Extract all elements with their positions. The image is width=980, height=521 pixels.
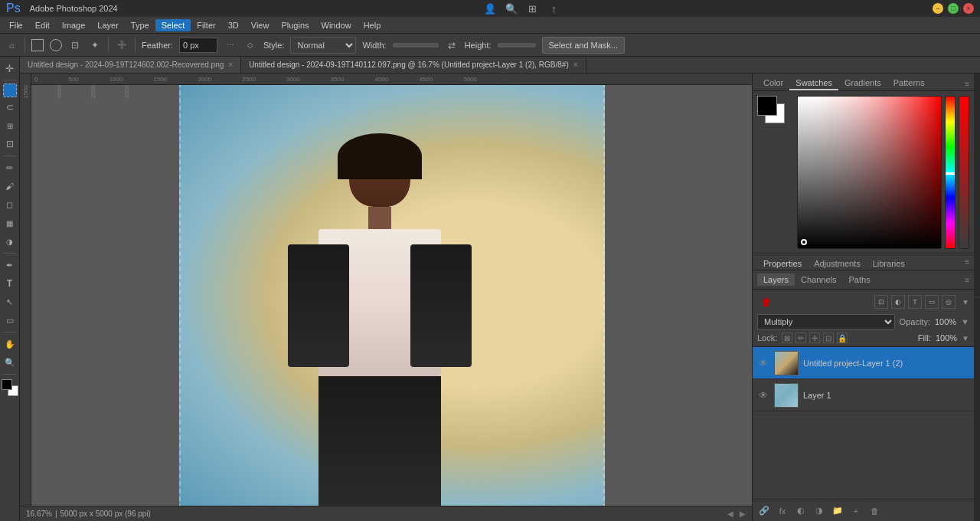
opacity-dropdown[interactable]: ▼ bbox=[961, 317, 969, 326]
shape-tool[interactable]: ▭ bbox=[2, 312, 18, 329]
maximize-button[interactable]: □ bbox=[948, 3, 959, 14]
layer-item-1[interactable]: 👁 Untitled project-Layer 1 (2) bbox=[753, 347, 974, 379]
menu-3d[interactable]: 3D bbox=[222, 19, 245, 31]
layer-fx-type[interactable]: ⊡ bbox=[874, 295, 888, 309]
close-button[interactable]: × bbox=[963, 3, 974, 14]
user-icon[interactable]: 👤 bbox=[482, 1, 498, 16]
fg-color-picker[interactable] bbox=[757, 96, 777, 116]
lock-artboard[interactable]: ⊡ bbox=[823, 333, 834, 343]
layer-fx-mask[interactable]: ◐ bbox=[891, 295, 905, 309]
menu-type[interactable]: Type bbox=[125, 19, 155, 31]
marquee-tool[interactable] bbox=[3, 84, 17, 97]
tab-inactive[interactable]: Untitled design - 2024-09-19T124602.002-… bbox=[20, 57, 241, 73]
layer-effect-icon[interactable] bbox=[757, 293, 776, 311]
add-mask-btn[interactable]: ◐ bbox=[794, 504, 808, 518]
menu-window[interactable]: Window bbox=[315, 19, 358, 31]
menu-edit[interactable]: Edit bbox=[29, 19, 56, 31]
hue-slider[interactable] bbox=[945, 96, 956, 249]
fill-dropdown[interactable]: ▼ bbox=[962, 334, 969, 342]
object-select-tool[interactable]: ⊞ bbox=[2, 117, 18, 134]
path-select-tool[interactable]: ↖ bbox=[2, 293, 18, 310]
eyedropper-tool[interactable]: ✏ bbox=[2, 159, 18, 176]
layer-fx-btn[interactable]: fx bbox=[776, 504, 789, 518]
menu-file[interactable]: File bbox=[3, 19, 29, 31]
marquee-ellipse-icon[interactable] bbox=[50, 39, 62, 51]
lock-paint[interactable]: ✏ bbox=[795, 333, 806, 343]
right-panel-handle[interactable]: ⋮ bbox=[974, 74, 980, 521]
tab-color[interactable]: Color bbox=[757, 77, 789, 90]
menu-help[interactable]: Help bbox=[358, 19, 387, 31]
feather-input[interactable] bbox=[179, 38, 217, 53]
tab-gradients[interactable]: Gradients bbox=[838, 77, 887, 90]
feather-icon[interactable]: ⋯ bbox=[224, 38, 237, 52]
brush-tool[interactable]: 🖌 bbox=[2, 178, 18, 195]
color-panel-collapse[interactable]: ≡ bbox=[965, 80, 969, 88]
tab-active[interactable]: Untitled design - 2024-09-19T140112.097.… bbox=[241, 57, 586, 73]
hand-tool[interactable]: ✋ bbox=[2, 336, 18, 352]
layer-fx-smartobj[interactable]: ▭ bbox=[925, 295, 939, 309]
tab-libraries[interactable]: Libraries bbox=[867, 257, 911, 270]
delete-layer-btn[interactable]: 🗑 bbox=[867, 504, 881, 518]
anti-alias-icon[interactable]: ◇ bbox=[243, 38, 257, 52]
layer-fx-filter[interactable]: ◎ bbox=[942, 295, 956, 309]
tab-properties[interactable]: Properties bbox=[757, 257, 808, 270]
tab-active-close[interactable]: × bbox=[573, 61, 578, 69]
search-icon[interactable]: 🔍 bbox=[504, 1, 519, 16]
layer-fx-adjustment[interactable]: T bbox=[908, 295, 922, 309]
properties-collapse[interactable]: ≡ bbox=[965, 257, 969, 270]
menu-filter[interactable]: Filter bbox=[191, 19, 221, 31]
menu-plugins[interactable]: Plugins bbox=[275, 19, 315, 31]
layer-item-2[interactable]: 👁 Layer 1 bbox=[753, 379, 974, 411]
pen-tool[interactable]: ✒ bbox=[2, 257, 18, 274]
adjustment-layer-btn[interactable]: ◑ bbox=[812, 504, 826, 518]
lock-all[interactable]: 🔒 bbox=[837, 333, 848, 343]
tab-paths[interactable]: Paths bbox=[843, 274, 877, 286]
tab-swatches[interactable]: Swatches bbox=[789, 77, 838, 90]
layer-visibility-1[interactable]: 👁 bbox=[757, 357, 769, 369]
tab-patterns[interactable]: Patterns bbox=[887, 77, 931, 90]
eraser-tool[interactable]: ◻ bbox=[2, 196, 18, 213]
move-tool[interactable]: ✛ bbox=[2, 60, 18, 77]
add-subtract-icon[interactable]: ➕ bbox=[115, 38, 129, 52]
tab-inactive-close[interactable]: × bbox=[228, 61, 233, 69]
group-layers-btn[interactable]: 📁 bbox=[831, 504, 844, 518]
menu-select[interactable]: Select bbox=[155, 19, 191, 31]
wand-icon[interactable]: ✦ bbox=[88, 38, 102, 52]
minimize-button[interactable]: − bbox=[933, 3, 943, 14]
lasso-tool[interactable]: ⊂ bbox=[2, 99, 18, 116]
new-layer-btn[interactable]: + bbox=[849, 504, 863, 518]
color-spectrum[interactable] bbox=[797, 96, 942, 249]
marquee-rect-icon[interactable] bbox=[31, 39, 44, 51]
fill-value[interactable]: 100% bbox=[936, 333, 957, 342]
scroll-left-arrow[interactable]: ◀ bbox=[727, 510, 733, 518]
layers-panel-collapse[interactable]: ≡ bbox=[965, 276, 969, 284]
lock-transparent[interactable]: ⊠ bbox=[782, 333, 792, 343]
crop-icon[interactable]: ⊡ bbox=[68, 38, 82, 52]
menu-image[interactable]: Image bbox=[56, 19, 92, 31]
crop-tool[interactable]: ⊡ bbox=[2, 136, 18, 152]
link-layers-btn[interactable]: 🔗 bbox=[757, 504, 771, 518]
layer-visibility-2[interactable]: 👁 bbox=[757, 389, 769, 401]
tab-channels[interactable]: Channels bbox=[795, 274, 842, 286]
home-icon[interactable]: ⌂ bbox=[5, 38, 18, 52]
mask-button[interactable]: Select and Mask... bbox=[542, 37, 626, 54]
alpha-slider[interactable] bbox=[959, 96, 969, 249]
text-tool[interactable]: T bbox=[2, 275, 18, 292]
blend-mode-select[interactable]: Multiply Normal Screen Overlay bbox=[757, 314, 895, 329]
lock-move[interactable]: ✛ bbox=[809, 333, 820, 343]
scroll-right-arrow[interactable]: ▶ bbox=[740, 510, 746, 518]
canvas-container[interactable]: 0500100015002000250030003500400045005000… bbox=[20, 74, 752, 506]
tab-adjustments[interactable]: Adjustments bbox=[808, 257, 867, 270]
arrange-icon[interactable]: ⊞ bbox=[525, 1, 541, 16]
style-select[interactable]: Normal Fixed Ratio Fixed Size bbox=[290, 37, 356, 54]
menu-view[interactable]: View bbox=[245, 19, 276, 31]
menu-layer[interactable]: Layer bbox=[91, 19, 125, 31]
dodge-tool[interactable]: ◑ bbox=[2, 233, 18, 250]
share-icon[interactable]: ↑ bbox=[547, 1, 562, 16]
opacity-value[interactable]: 100% bbox=[935, 317, 956, 326]
layer-dropdown-arrow[interactable]: ▼ bbox=[962, 298, 969, 306]
gradient-tool[interactable]: ▦ bbox=[2, 215, 18, 231]
tab-layers[interactable]: Layers bbox=[757, 274, 795, 286]
fg-color-swatch[interactable] bbox=[2, 379, 12, 390]
zoom-tool[interactable]: 🔍 bbox=[2, 354, 18, 371]
